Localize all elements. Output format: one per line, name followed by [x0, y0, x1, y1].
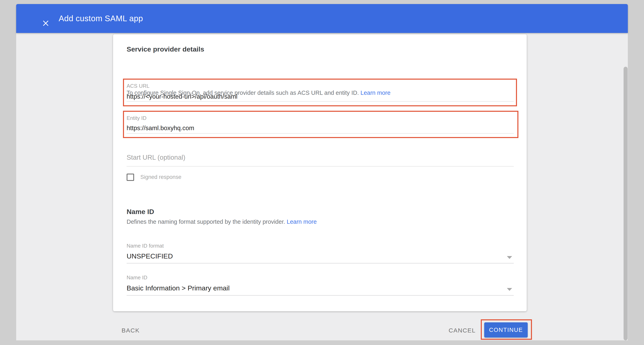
dialog-title: Add custom SAML app: [59, 4, 143, 33]
name-id-select-label: Name ID: [126, 275, 148, 281]
signed-response-label: Signed response: [140, 174, 182, 180]
start-url-underline: [126, 166, 514, 167]
entity-id-input[interactable]: https://saml.boxyhq.com: [126, 124, 194, 132]
back-button[interactable]: BACK: [122, 327, 140, 334]
acs-url-input[interactable]: https://<your-hosted-url>/api/oauth/saml: [126, 93, 238, 100]
close-icon[interactable]: [42, 19, 50, 27]
name-id-description-text: Defines the naming format supported by t…: [126, 219, 285, 225]
start-url-input[interactable]: Start URL (optional): [126, 154, 185, 161]
name-id-format-underline: [126, 263, 514, 264]
dialog-header: Add custom SAML app: [16, 4, 628, 33]
learn-more-link-name-id[interactable]: Learn more: [287, 219, 317, 225]
signed-response-checkbox[interactable]: [126, 174, 134, 181]
name-id-format-select[interactable]: UNSPECIFIED: [126, 252, 173, 260]
acs-url-label: ACS URL: [126, 83, 150, 89]
name-id-format-label: Name ID format: [126, 243, 164, 249]
acs-url-underline: [126, 101, 514, 102]
continue-button[interactable]: CONTINUE: [484, 322, 528, 338]
learn-more-link-service-provider[interactable]: Learn more: [360, 89, 390, 96]
chevron-down-icon[interactable]: [507, 288, 512, 291]
screen: Add custom SAML app Service provider det…: [0, 0, 644, 345]
name-id-underline: [126, 295, 514, 296]
chevron-down-icon[interactable]: [507, 256, 512, 259]
name-id-select[interactable]: Basic Information > Primary email: [126, 284, 230, 292]
form-card: Service provider details To configure Si…: [113, 34, 527, 311]
scrollbar-thumb[interactable]: [624, 67, 628, 340]
section-heading-name-id: Name ID: [126, 207, 154, 216]
name-id-description: Defines the naming format supported by t…: [126, 218, 317, 226]
section-heading-service-provider: Service provider details: [126, 45, 204, 53]
entity-id-underline: [126, 133, 514, 134]
entity-id-label: Entity ID: [126, 115, 146, 121]
cancel-button[interactable]: CANCEL: [448, 327, 476, 334]
